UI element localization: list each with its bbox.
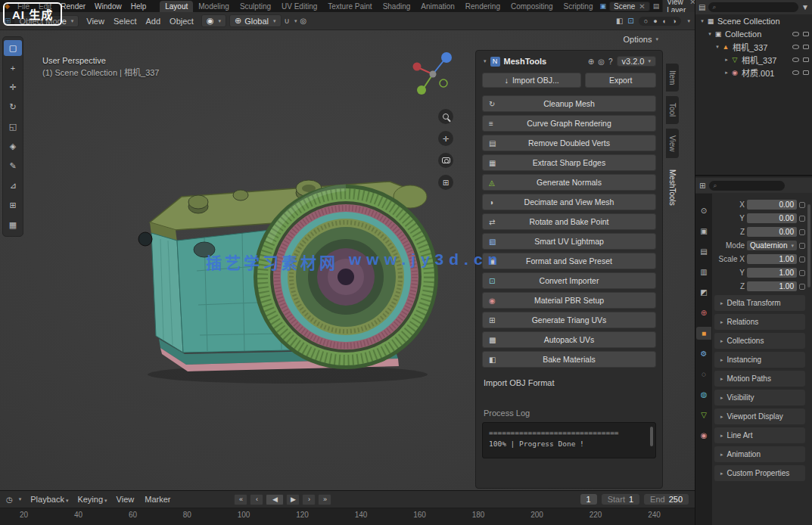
properties-section-header[interactable]: ▸Collections [714,333,805,349]
outliner-row[interactable]: ▾ ▦ Scene Collection [695,14,812,27]
playback-button[interactable]: ◀ [266,494,284,505]
proportional-editing-icon[interactable]: ◎ [300,17,306,25]
properties-tab[interactable]: ◌ [696,368,711,381]
menu-item[interactable]: Window [90,2,126,11]
workspace-tab[interactable]: Shading [378,1,416,12]
workspace-tab[interactable]: Sculpting [235,1,276,12]
hide-viewport-icon[interactable] [792,70,799,75]
addon-tool-button[interactable]: ⇄ Rotate and Bake Point [482,213,656,230]
workspace-tab[interactable]: Layout [160,1,193,12]
zoom-icon[interactable] [438,109,453,124]
collapse-icon[interactable]: ▾ [484,58,487,64]
playback-button[interactable]: ‹ [250,494,263,505]
timeline-ruler[interactable]: 20406080100120140160180200220240 [0,508,695,525]
outliner-row[interactable]: ▸ ▽ 相机_337 [695,53,812,66]
overlays-icon[interactable]: ◧ [616,17,623,25]
properties-tab[interactable]: ■ [696,327,711,340]
lock-icon[interactable] [799,229,805,235]
field-value[interactable]: 0.00▾ [747,213,797,223]
outliner-row[interactable]: ▾ ▲ 相机_337 [695,40,812,53]
properties-section-header[interactable]: ▸Relations [714,314,805,330]
expand-caret-icon[interactable]: ▸ [723,70,730,76]
properties-section-header[interactable]: ▸Viewport Display [714,409,805,424]
current-frame-field[interactable]: 1 [580,494,597,505]
field-value[interactable]: 1.00▾ [747,254,797,264]
playback-button[interactable]: » [318,494,331,505]
addon-tool-button[interactable]: ▩ Autopack UVs [482,331,656,348]
properties-tab[interactable]: ◉ [696,429,711,442]
expand-caret-icon[interactable]: ▸ [723,57,730,63]
log-scrollbar[interactable] [650,427,653,446]
properties-section-header[interactable]: ▸Instancing [714,352,805,368]
properties-section-header[interactable]: ▸Line Art [714,427,805,443]
properties-scrollbar[interactable] [807,204,810,287]
expand-caret-icon[interactable]: ▾ [714,44,721,50]
solid-shading-icon[interactable]: ● [653,17,657,25]
orientation-dropdown[interactable]: ⊕Global▾ [229,14,282,27]
help-icon[interactable]: ? [608,57,613,66]
properties-tab[interactable]: ◩ [696,286,711,299]
export-button[interactable]: Export [585,73,656,88]
addon-tool-button[interactable]: ⊡ Convert Importer [482,272,656,289]
sidebar-tab[interactable]: View [666,129,679,159]
tool-button[interactable]: + [4,60,22,76]
outliner-row[interactable]: ▸ ◉ 材质.001 [695,66,812,79]
editor-caret-icon[interactable]: ▾ [19,496,22,502]
properties-tab[interactable]: ⚙ [696,347,711,360]
properties-section-header[interactable]: ▸Motion Paths [714,371,805,387]
viewport-options-dropdown[interactable]: Options▾ [624,35,658,44]
lock-icon[interactable] [799,216,805,222]
workspace-tab[interactable]: Modeling [193,1,235,12]
tool-button[interactable]: ↻ [4,99,22,115]
field-value[interactable]: 0.00▾ [747,227,797,237]
tool-button[interactable]: ⊿ [4,178,22,194]
playback-button[interactable]: ▶ [286,494,300,505]
editor-type-icon[interactable]: ⊞ [699,182,705,190]
playback-button[interactable]: › [302,494,316,505]
scene-selector[interactable]: Scene✕ [609,2,650,11]
disable-render-icon[interactable] [803,45,809,49]
import-obj-button[interactable]: ↓Import OBJ... [482,73,581,88]
addon-tool-button[interactable]: ▤ Remove Doubled Verts [482,135,656,151]
material-shading-icon[interactable]: ◐ [663,17,667,25]
timeline-menu[interactable]: Keying▾ [73,495,111,504]
viewport-menu-item[interactable]: Add [142,17,166,26]
viewport-menu-item[interactable]: View [82,17,109,26]
addon-tool-button[interactable]: ▦ Extract Sharp Edges [482,154,656,171]
menu-item[interactable]: Help [126,2,151,11]
preset-add-icon[interactable]: ⊕ [588,57,594,66]
properties-tab[interactable]: ◍ [696,388,711,401]
pin-icon[interactable]: ◎ [598,57,605,66]
lock-icon[interactable] [799,202,805,208]
playback-button[interactable]: « [234,494,247,505]
workspace-tab[interactable]: Animation [415,1,459,12]
workspace-tab[interactable]: Texture Paint [322,1,377,12]
properties-section-header[interactable]: ▸Visibility [714,390,805,405]
tool-button[interactable]: ◈ [4,138,22,154]
addon-tool-button[interactable]: ↻ Cleanup Mesh [482,95,656,112]
properties-section-header[interactable]: ▸Delta Transform [714,295,805,311]
timeline-menu[interactable]: Marker [140,495,176,504]
addon-tool-button[interactable]: ⊞ Generate Triang UVs [482,312,656,328]
xray-toggle-icon[interactable]: ⊡ [627,17,633,25]
tool-button[interactable]: ◱ [4,119,22,135]
editor-type-icon[interactable]: ▤ [698,3,705,11]
pivot-dropdown[interactable]: ◉▾ [201,14,226,27]
field-value[interactable]: 0.00▾ [747,200,797,210]
properties-tab[interactable]: ▤ [696,245,711,258]
tool-button[interactable]: ▦ [4,217,22,233]
disable-render-icon[interactable] [803,32,809,36]
field-value[interactable]: 1.00▾ [747,281,797,291]
tool-button[interactable]: ✛ [4,79,22,95]
properties-tab[interactable]: ▽ [696,409,711,421]
field-value[interactable]: Quaternion▾ [747,241,797,250]
expand-caret-icon[interactable]: ▾ [706,31,714,37]
workspace-tab[interactable]: UV Editing [276,1,322,12]
sidebar-tab[interactable]: Tool [666,96,679,123]
timeline-menu[interactable]: Playback▾ [26,495,73,504]
addon-tool-button[interactable]: ▧ Smart UV Lightmap [482,233,656,250]
addon-tool-button[interactable]: ▣ Format and Save Preset [482,253,656,269]
properties-tab[interactable]: ⊙ [696,204,711,217]
lock-icon[interactable] [799,270,805,276]
sidebar-tab[interactable]: MeshTools [666,163,679,213]
